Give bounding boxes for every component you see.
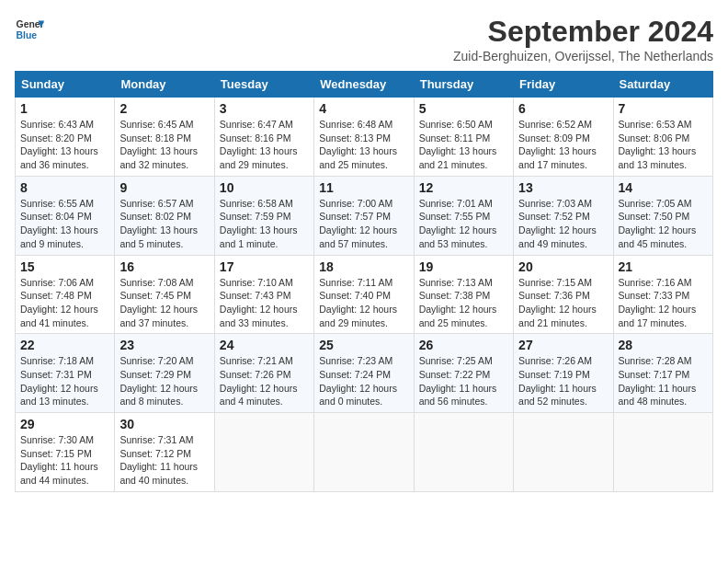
header-saturday: Saturday xyxy=(613,72,712,98)
calendar-week-row: 8Sunrise: 6:55 AM Sunset: 8:04 PM Daylig… xyxy=(16,176,713,255)
calendar-cell: 18Sunrise: 7:11 AM Sunset: 7:40 PM Dayli… xyxy=(314,255,414,334)
day-info: Sunrise: 7:21 AM Sunset: 7:26 PM Dayligh… xyxy=(220,354,309,408)
calendar-cell: 25Sunrise: 7:23 AM Sunset: 7:24 PM Dayli… xyxy=(314,334,414,413)
calendar-cell: 21Sunrise: 7:16 AM Sunset: 7:33 PM Dayli… xyxy=(613,255,712,334)
logo: General Blue xyxy=(15,15,44,44)
calendar-cell: 5Sunrise: 6:50 AM Sunset: 8:11 PM Daylig… xyxy=(414,98,513,177)
calendar-cell: 7Sunrise: 6:53 AM Sunset: 8:06 PM Daylig… xyxy=(613,98,712,177)
day-number: 14 xyxy=(619,180,708,195)
day-number: 21 xyxy=(619,259,708,274)
day-number: 12 xyxy=(419,180,508,195)
calendar-cell xyxy=(414,413,513,492)
day-number: 30 xyxy=(119,417,209,431)
calendar-cell xyxy=(214,413,313,492)
month-title: September 2024 xyxy=(453,15,713,49)
day-number: 2 xyxy=(119,101,209,116)
day-number: 27 xyxy=(518,338,608,352)
day-number: 3 xyxy=(220,101,309,116)
day-number: 24 xyxy=(220,338,309,352)
calendar-cell xyxy=(613,413,712,492)
day-number: 19 xyxy=(419,259,508,274)
calendar-cell: 29Sunrise: 7:30 AM Sunset: 7:15 PM Dayli… xyxy=(16,413,115,492)
calendar-cell: 12Sunrise: 7:01 AM Sunset: 7:55 PM Dayli… xyxy=(414,176,513,255)
location-subtitle: Zuid-Berghuizen, Overijssel, The Netherl… xyxy=(453,49,713,63)
day-info: Sunrise: 7:31 AM Sunset: 7:12 PM Dayligh… xyxy=(119,433,209,488)
day-number: 9 xyxy=(119,180,209,195)
day-info: Sunrise: 7:10 AM Sunset: 7:43 PM Dayligh… xyxy=(220,276,309,330)
header-sunday: Sunday xyxy=(16,72,115,98)
calendar-cell: 9Sunrise: 6:57 AM Sunset: 8:02 PM Daylig… xyxy=(115,176,214,255)
header-tuesday: Tuesday xyxy=(214,72,313,98)
day-info: Sunrise: 7:03 AM Sunset: 7:52 PM Dayligh… xyxy=(518,197,608,251)
calendar-cell: 1Sunrise: 6:43 AM Sunset: 8:20 PM Daylig… xyxy=(16,98,115,177)
day-info: Sunrise: 7:20 AM Sunset: 7:29 PM Dayligh… xyxy=(119,354,209,408)
logo-icon: General Blue xyxy=(15,15,44,44)
day-info: Sunrise: 7:16 AM Sunset: 7:33 PM Dayligh… xyxy=(619,276,708,330)
day-info: Sunrise: 6:48 AM Sunset: 8:13 PM Dayligh… xyxy=(319,118,408,172)
calendar-cell: 10Sunrise: 6:58 AM Sunset: 7:59 PM Dayli… xyxy=(214,176,313,255)
day-number: 8 xyxy=(20,180,109,195)
day-number: 17 xyxy=(220,259,309,274)
calendar-cell: 6Sunrise: 6:52 AM Sunset: 8:09 PM Daylig… xyxy=(514,98,613,177)
calendar-cell: 15Sunrise: 7:06 AM Sunset: 7:48 PM Dayli… xyxy=(16,255,115,334)
day-info: Sunrise: 7:23 AM Sunset: 7:24 PM Dayligh… xyxy=(319,354,408,408)
day-number: 6 xyxy=(518,101,608,116)
day-number: 15 xyxy=(20,259,109,274)
calendar-cell: 26Sunrise: 7:25 AM Sunset: 7:22 PM Dayli… xyxy=(414,334,513,413)
day-number: 29 xyxy=(20,417,109,431)
calendar-week-row: 22Sunrise: 7:18 AM Sunset: 7:31 PM Dayli… xyxy=(16,334,713,413)
day-number: 10 xyxy=(220,180,309,195)
title-area: September 2024 Zuid-Berghuizen, Overijss… xyxy=(453,15,713,63)
day-number: 22 xyxy=(20,338,109,352)
day-info: Sunrise: 7:00 AM Sunset: 7:57 PM Dayligh… xyxy=(319,197,408,251)
header-monday: Monday xyxy=(115,72,214,98)
day-info: Sunrise: 6:55 AM Sunset: 8:04 PM Dayligh… xyxy=(20,197,109,251)
calendar-cell xyxy=(314,413,414,492)
calendar-cell: 28Sunrise: 7:28 AM Sunset: 7:17 PM Dayli… xyxy=(613,334,712,413)
day-info: Sunrise: 7:05 AM Sunset: 7:50 PM Dayligh… xyxy=(619,197,708,251)
day-number: 28 xyxy=(619,338,708,352)
calendar-cell: 8Sunrise: 6:55 AM Sunset: 8:04 PM Daylig… xyxy=(16,176,115,255)
calendar-cell: 23Sunrise: 7:20 AM Sunset: 7:29 PM Dayli… xyxy=(115,334,214,413)
day-info: Sunrise: 6:47 AM Sunset: 8:16 PM Dayligh… xyxy=(220,118,309,172)
day-info: Sunrise: 7:11 AM Sunset: 7:40 PM Dayligh… xyxy=(319,276,408,330)
day-number: 20 xyxy=(518,259,608,274)
calendar-cell: 11Sunrise: 7:00 AM Sunset: 7:57 PM Dayli… xyxy=(314,176,414,255)
day-info: Sunrise: 6:58 AM Sunset: 7:59 PM Dayligh… xyxy=(220,197,309,251)
calendar-cell: 17Sunrise: 7:10 AM Sunset: 7:43 PM Dayli… xyxy=(214,255,313,334)
day-info: Sunrise: 7:30 AM Sunset: 7:15 PM Dayligh… xyxy=(20,433,109,488)
day-info: Sunrise: 6:53 AM Sunset: 8:06 PM Dayligh… xyxy=(619,118,708,172)
calendar-cell: 20Sunrise: 7:15 AM Sunset: 7:36 PM Dayli… xyxy=(514,255,613,334)
day-number: 4 xyxy=(319,101,408,116)
day-info: Sunrise: 6:57 AM Sunset: 8:02 PM Dayligh… xyxy=(119,197,209,251)
page-header: General Blue September 2024 Zuid-Berghui… xyxy=(15,15,713,63)
header-friday: Friday xyxy=(514,72,613,98)
day-info: Sunrise: 7:25 AM Sunset: 7:22 PM Dayligh… xyxy=(419,354,508,408)
day-number: 5 xyxy=(419,101,508,116)
day-number: 13 xyxy=(518,180,608,195)
calendar-cell: 24Sunrise: 7:21 AM Sunset: 7:26 PM Dayli… xyxy=(214,334,313,413)
day-info: Sunrise: 7:08 AM Sunset: 7:45 PM Dayligh… xyxy=(119,276,209,330)
day-info: Sunrise: 6:45 AM Sunset: 8:18 PM Dayligh… xyxy=(119,118,209,172)
header-thursday: Thursday xyxy=(414,72,513,98)
day-info: Sunrise: 7:15 AM Sunset: 7:36 PM Dayligh… xyxy=(518,276,608,330)
day-number: 7 xyxy=(619,101,708,116)
calendar-cell: 27Sunrise: 7:26 AM Sunset: 7:19 PM Dayli… xyxy=(514,334,613,413)
calendar-cell: 16Sunrise: 7:08 AM Sunset: 7:45 PM Dayli… xyxy=(115,255,214,334)
calendar-header-row: SundayMondayTuesdayWednesdayThursdayFrid… xyxy=(16,72,713,98)
day-info: Sunrise: 6:52 AM Sunset: 8:09 PM Dayligh… xyxy=(518,118,608,172)
calendar-cell: 13Sunrise: 7:03 AM Sunset: 7:52 PM Dayli… xyxy=(514,176,613,255)
calendar-week-row: 1Sunrise: 6:43 AM Sunset: 8:20 PM Daylig… xyxy=(16,98,713,177)
calendar-table: SundayMondayTuesdayWednesdayThursdayFrid… xyxy=(15,71,713,492)
day-info: Sunrise: 7:01 AM Sunset: 7:55 PM Dayligh… xyxy=(419,197,508,251)
calendar-cell: 30Sunrise: 7:31 AM Sunset: 7:12 PM Dayli… xyxy=(115,413,214,492)
day-info: Sunrise: 6:43 AM Sunset: 8:20 PM Dayligh… xyxy=(20,118,109,172)
calendar-week-row: 29Sunrise: 7:30 AM Sunset: 7:15 PM Dayli… xyxy=(16,413,713,492)
calendar-cell: 22Sunrise: 7:18 AM Sunset: 7:31 PM Dayli… xyxy=(16,334,115,413)
day-info: Sunrise: 6:50 AM Sunset: 8:11 PM Dayligh… xyxy=(419,118,508,172)
day-info: Sunrise: 7:06 AM Sunset: 7:48 PM Dayligh… xyxy=(20,276,109,330)
svg-text:Blue: Blue xyxy=(17,30,38,40)
day-info: Sunrise: 7:18 AM Sunset: 7:31 PM Dayligh… xyxy=(20,354,109,408)
day-number: 18 xyxy=(319,259,408,274)
day-info: Sunrise: 7:26 AM Sunset: 7:19 PM Dayligh… xyxy=(518,354,608,408)
